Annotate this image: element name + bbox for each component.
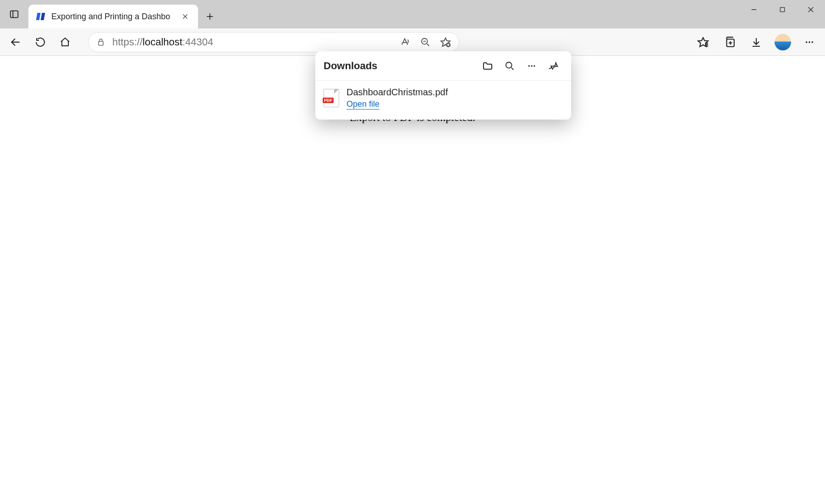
toolbar-right xyxy=(692,31,820,53)
svg-rect-11 xyxy=(99,41,104,45)
page-content: Export as HTML Resp Export to PDF is com… xyxy=(0,56,825,504)
svg-point-30 xyxy=(808,41,810,43)
home-button[interactable] xyxy=(54,31,76,53)
zoom-out-icon[interactable] xyxy=(417,33,434,51)
new-tab-button[interactable] xyxy=(198,5,222,28)
avatar-icon xyxy=(775,34,791,50)
tab-title: Exporting and Printing a Dashbo xyxy=(51,12,170,22)
collections-button[interactable] xyxy=(719,31,741,53)
download-item[interactable]: DashboardChristmas.pdf Open file xyxy=(315,81,571,120)
downloads-header: Downloads xyxy=(315,51,571,81)
favorites-button[interactable] xyxy=(692,31,714,53)
lock-icon xyxy=(96,37,106,47)
titlebar: Exporting and Printing a Dashbo xyxy=(0,0,825,28)
svg-point-31 xyxy=(812,41,814,43)
downloads-more-button[interactable] xyxy=(522,57,541,75)
maximize-button[interactable] xyxy=(768,0,797,19)
svg-rect-0 xyxy=(11,11,18,18)
url-port: :44304 xyxy=(182,36,213,48)
site-favicon xyxy=(37,12,46,21)
svg-rect-7 xyxy=(780,7,784,11)
svg-point-32 xyxy=(506,62,512,68)
svg-line-33 xyxy=(512,67,514,70)
downloads-button[interactable] xyxy=(745,31,767,53)
downloads-panel: Downloads DashboardChristmas.pdf Open fi… xyxy=(315,51,571,120)
address-bar-actions xyxy=(396,33,454,51)
downloads-title: Downloads xyxy=(324,60,377,72)
add-favorite-icon[interactable] xyxy=(437,33,454,51)
read-aloud-icon[interactable] xyxy=(396,33,414,51)
address-bar[interactable]: https://localhost:44304 xyxy=(88,32,459,52)
url-scheme: https:// xyxy=(112,36,143,48)
close-window-button[interactable] xyxy=(797,0,825,19)
settings-menu-button[interactable] xyxy=(798,31,820,53)
profile-button[interactable] xyxy=(772,31,794,53)
download-filename: DashboardChristmas.pdf xyxy=(346,87,448,98)
minimize-button[interactable] xyxy=(740,0,768,19)
tab-actions-button[interactable] xyxy=(0,0,28,28)
svg-point-29 xyxy=(806,41,808,43)
svg-point-36 xyxy=(534,65,535,66)
refresh-button[interactable] xyxy=(29,31,51,53)
window-controls xyxy=(740,0,825,19)
svg-point-35 xyxy=(531,65,532,66)
open-file-link[interactable]: Open file xyxy=(346,99,380,110)
search-downloads-button[interactable] xyxy=(500,57,519,75)
open-folder-button[interactable] xyxy=(478,57,497,75)
browser-tab[interactable]: Exporting and Printing a Dashbo xyxy=(28,5,198,28)
back-button[interactable] xyxy=(5,31,27,53)
pdf-file-icon xyxy=(324,89,339,107)
svg-line-14 xyxy=(427,44,429,46)
svg-point-34 xyxy=(528,65,530,66)
url-text: https://localhost:44304 xyxy=(112,36,213,48)
url-host: localhost xyxy=(143,36,182,48)
svg-marker-20 xyxy=(698,38,708,47)
close-tab-button[interactable] xyxy=(179,10,192,23)
pin-downloads-button[interactable] xyxy=(544,57,563,75)
